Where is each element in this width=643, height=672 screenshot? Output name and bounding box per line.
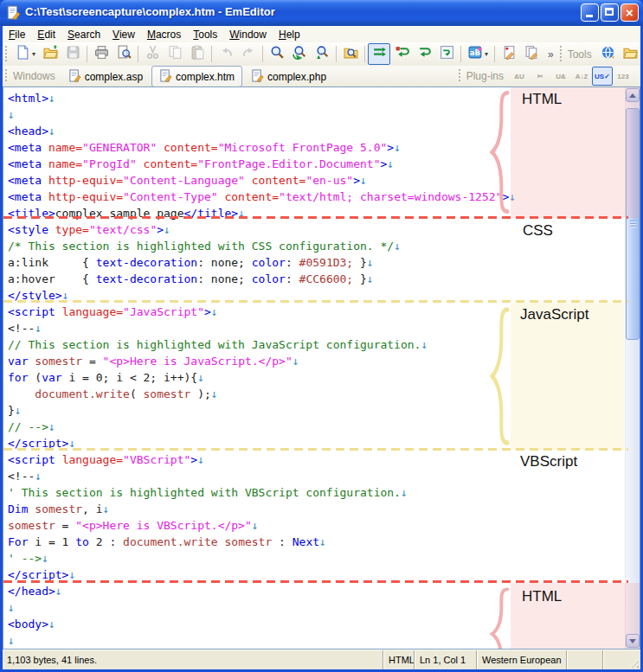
- menu-edit[interactable]: Edit: [31, 27, 61, 42]
- decode-selection-button[interactable]: &U: [509, 67, 530, 86]
- save-icon: [66, 45, 80, 63]
- copy-icon: [168, 45, 183, 63]
- toolbar-separator: [460, 46, 461, 62]
- cut-button[interactable]: [141, 43, 164, 65]
- menu-macros[interactable]: Macros: [141, 27, 187, 42]
- status-empty-panel: [602, 650, 627, 669]
- web-browser-button[interactable]: [597, 43, 620, 65]
- newline-mark: ↓: [35, 322, 42, 335]
- toolbar-grip[interactable]: [559, 46, 563, 62]
- newline-mark: ↓: [367, 272, 374, 285]
- find-in-files-icon: [344, 45, 358, 63]
- redo-button[interactable]: [237, 43, 260, 65]
- run-macro-button[interactable]: [520, 43, 543, 65]
- print-button[interactable]: [90, 43, 113, 65]
- app-icon: [6, 5, 21, 20]
- newline-mark: ↓: [319, 535, 326, 548]
- tab-complex-asp[interactable]: complex.asp: [61, 67, 150, 86]
- newline-mark: ↓: [8, 601, 15, 614]
- insert-numbers-icon: 123: [617, 73, 628, 80]
- paste-button[interactable]: [186, 43, 209, 65]
- print-preview-button[interactable]: [113, 43, 135, 65]
- toolbar-separator: [211, 46, 212, 62]
- decode-selection-icon: &U: [514, 73, 524, 80]
- windows-label: Windows: [11, 70, 61, 82]
- wrap-by-window-button[interactable]: [435, 43, 458, 65]
- newline-mark: ↓: [197, 453, 204, 466]
- newline-mark: ↓: [293, 355, 299, 368]
- resize-grip[interactable]: [627, 650, 640, 669]
- record-macro-button[interactable]: [498, 43, 520, 65]
- print-preview-icon: [117, 45, 132, 63]
- newline-mark: ↓: [35, 470, 42, 483]
- code-line: <meta http-equiv="Content-Type" content=…: [8, 189, 625, 205]
- code-line: ↓: [8, 106, 625, 123]
- newline-mark: ↓: [360, 174, 367, 187]
- code-line: <html>↓: [8, 90, 625, 106]
- vertical-scrollbar[interactable]: [625, 87, 640, 649]
- scrollbar-thumb[interactable]: [626, 108, 640, 340]
- tab-complex-htm[interactable]: complex.htm: [151, 66, 242, 87]
- menu-help[interactable]: Help: [273, 27, 306, 42]
- wrap-by-window-icon: [440, 45, 454, 63]
- find-next-button[interactable]: [288, 43, 311, 65]
- undo-button[interactable]: [215, 43, 237, 65]
- toolbar-grip[interactable]: [4, 46, 9, 62]
- find-button[interactable]: [266, 43, 288, 65]
- code-line: <meta name="ProgId" content="FrontPage.E…: [8, 156, 625, 172]
- code-line: /* This section is highlighted with CSS …: [8, 238, 625, 254]
- code-line: Dim somestr, i↓: [8, 501, 625, 517]
- spell-check-button[interactable]: US✓: [592, 67, 613, 86]
- code-line: somestr = "<p>Here is VBScript.</p>"↓: [8, 517, 625, 534]
- newline-mark: ↓: [421, 338, 428, 351]
- sort-az-button[interactable]: A↓Z: [571, 67, 592, 86]
- document-tabs: Windows complex.aspcomplex.htmcomplex.ph…: [3, 66, 456, 86]
- run-macro-icon: [524, 45, 539, 63]
- menu-tools[interactable]: Tools: [187, 27, 223, 42]
- minimize-button[interactable]: [581, 3, 599, 22]
- explorer-folder-button[interactable]: [620, 43, 642, 65]
- code-line: ↓: [8, 599, 625, 616]
- scroll-down-button[interactable]: [626, 634, 640, 648]
- editor-area[interactable]: <html>↓↓<head>↓<meta name="GENERATOR" co…: [3, 86, 640, 650]
- menu-file[interactable]: File: [3, 27, 31, 42]
- scroll-up-button[interactable]: [626, 88, 640, 102]
- delete-blank-lines-button[interactable]: ✂: [530, 67, 550, 86]
- close-button[interactable]: ×: [620, 3, 639, 22]
- code-text[interactable]: <html>↓↓<head>↓<meta name="GENERATOR" co…: [3, 87, 625, 649]
- new-document-button[interactable]: [11, 43, 34, 65]
- wrap-none-button[interactable]: [368, 43, 390, 65]
- open-folder-button[interactable]: [39, 43, 61, 65]
- menu-search[interactable]: Search: [61, 27, 106, 42]
- spell-check-icon: US✓: [595, 73, 610, 80]
- find-in-files-button[interactable]: [339, 43, 362, 65]
- menu-window[interactable]: Window: [223, 27, 273, 42]
- encode-selection-icon: U&: [556, 73, 566, 80]
- wrap-by-character-button[interactable]: [390, 43, 413, 65]
- maximize-button[interactable]: [601, 3, 619, 22]
- code-line: <meta name="GENERATOR" content="Microsof…: [8, 139, 625, 156]
- toolbar-separator: [364, 46, 365, 62]
- replace-button[interactable]: [311, 43, 333, 65]
- code-line: <!--↓: [8, 468, 625, 484]
- menu-view[interactable]: View: [106, 27, 141, 42]
- paste-icon: [190, 45, 205, 63]
- newline-mark: ↓: [197, 371, 204, 384]
- overflow-chevron[interactable]: »: [544, 48, 557, 61]
- save-button[interactable]: [61, 43, 84, 65]
- copy-button[interactable]: [164, 43, 186, 65]
- title-bar[interactable]: C:\Test\screencapture\complex.htm - EmEd…: [0, 0, 643, 26]
- wrap-by-word-button[interactable]: [413, 43, 435, 65]
- encode-selection-button[interactable]: U&: [550, 67, 571, 86]
- toolbar-grip[interactable]: [4, 69, 9, 84]
- tab-label: complex.htm: [176, 71, 235, 83]
- code-line: <head>↓: [8, 123, 625, 139]
- insert-numbers-button[interactable]: 123: [613, 67, 633, 86]
- toolbar-grip[interactable]: [458, 69, 462, 84]
- newline-mark: ↓: [8, 634, 15, 647]
- code-line: <script language="VBScript">↓: [8, 451, 625, 468]
- newline-mark: ↓: [48, 618, 55, 630]
- encoding-button[interactable]: aB: [464, 43, 486, 65]
- tab-complex-php[interactable]: complex.php: [244, 67, 333, 86]
- new-document-icon: [16, 45, 30, 63]
